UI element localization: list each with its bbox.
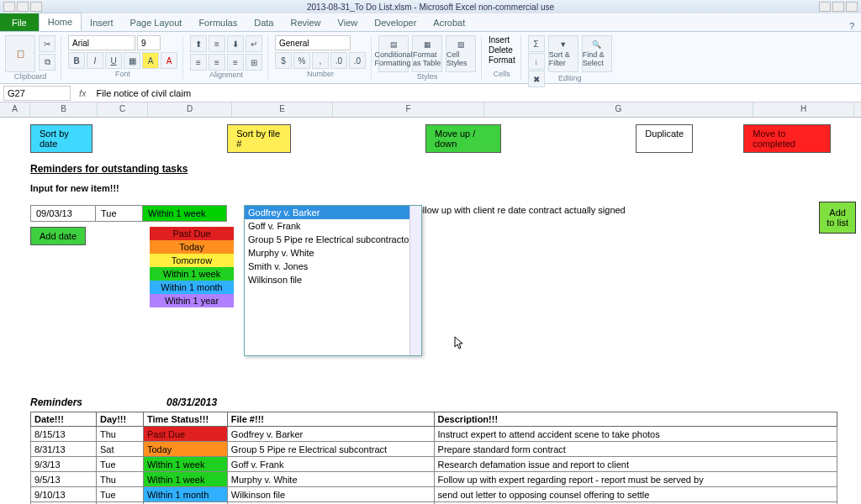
move-to-completed-button[interactable]: Move to completed (743, 124, 831, 153)
cell-status[interactable]: Past Due (143, 427, 227, 442)
col-G[interactable]: G (484, 102, 753, 117)
cell-day[interactable]: Thu (96, 427, 143, 442)
cell-file[interactable]: Murphy v. White (227, 472, 434, 487)
save-icon[interactable] (3, 2, 15, 12)
dropdown-option[interactable]: Wilkinson file (245, 273, 421, 286)
table-row[interactable]: 9/3/13TueWithin 1 weekGoff v. FrankResea… (31, 457, 837, 472)
tab-developer[interactable]: Developer (366, 14, 425, 31)
format-cells-button[interactable]: Format (489, 55, 515, 65)
col-D[interactable]: D (148, 102, 232, 117)
dropdown-option[interactable]: Goff v. Frank (245, 219, 421, 233)
cell-file[interactable]: Goff v. Frank (227, 457, 434, 472)
dropdown-option[interactable]: Group 5 Pipe re Electrical subcontractor (245, 233, 421, 246)
wrap-text-button[interactable]: ↵ (246, 35, 262, 52)
sort-filter-button[interactable]: ▼Sort & Filter (548, 35, 578, 72)
cell-file[interactable]: Godfrey v. Barker (227, 427, 434, 442)
fill-button[interactable]: ↓ (528, 53, 545, 70)
table-row[interactable]: 8/31/13SatTodayGroup 5 Pipe re Electrica… (31, 442, 837, 457)
tab-review[interactable]: Review (282, 14, 329, 31)
th-day[interactable]: Day!!! (96, 412, 143, 427)
fill-color-button[interactable]: A (142, 52, 159, 69)
cell-desc[interactable]: Follow up with expert regarding report -… (434, 472, 837, 487)
tab-view[interactable]: View (330, 14, 367, 31)
cell-desc[interactable]: send out letter to opposing counsel offe… (434, 487, 837, 502)
th-status[interactable]: Time Status!!! (143, 412, 227, 427)
th-file[interactable]: File #!!! (227, 412, 434, 427)
input-status-cell[interactable]: Within 1 week (143, 205, 227, 222)
file-dropdown[interactable]: Godfrey v. Barker Goff v. Frank Group 5 … (244, 205, 422, 356)
dec-decimal-button[interactable]: .0 (349, 52, 366, 69)
cond-fmt-button[interactable]: ▤Conditional Formatting (378, 35, 409, 72)
tab-page-layout[interactable]: Page Layout (122, 14, 191, 31)
cell-date[interactable]: 8/31/13 (31, 442, 97, 457)
cell-desc[interactable]: Research defamation issue and report to … (434, 457, 837, 472)
bold-button[interactable]: B (68, 52, 85, 69)
cell-date[interactable]: 8/15/13 (31, 427, 97, 442)
tab-insert[interactable]: Insert (82, 14, 122, 31)
table-row[interactable]: 9/10/13TueWithin 1 monthWilkinson filese… (31, 487, 837, 502)
autosum-button[interactable]: Σ (528, 35, 545, 52)
cell-day[interactable]: Thu (96, 472, 143, 487)
input-date-cell[interactable]: 09/03/13 (30, 205, 96, 222)
formula-bar[interactable]: File notice of civil claim (92, 87, 861, 100)
cell-day[interactable]: Sat (96, 442, 143, 457)
th-desc[interactable]: Description!!! (434, 412, 837, 427)
cell-status[interactable]: Within 1 month (143, 487, 227, 502)
merge-button[interactable]: ⊞ (246, 54, 262, 71)
tab-acrobat[interactable]: Acrobat (425, 14, 473, 31)
cell-date[interactable]: 9/5/13 (31, 472, 97, 487)
delete-cells-button[interactable]: Delete (489, 45, 513, 55)
italic-button[interactable]: I (87, 52, 103, 69)
tab-data[interactable]: Data (246, 14, 282, 31)
close-icon[interactable] (846, 2, 858, 12)
col-E[interactable]: E (232, 102, 333, 117)
find-select-button[interactable]: 🔍Find & Select (582, 35, 612, 72)
fx-icon[interactable]: fx (74, 88, 92, 98)
cell-desc[interactable]: Instruct expert to attend accident scene… (434, 427, 837, 442)
maximize-icon[interactable] (832, 2, 844, 12)
font-size-select[interactable]: 9 (137, 35, 161, 50)
inc-decimal-button[interactable]: .0 (330, 52, 347, 69)
cell-file[interactable]: Group 5 Pipe re Electrical subcontract (227, 442, 434, 457)
font-name-select[interactable]: Arial (68, 35, 135, 50)
comma-button[interactable]: , (312, 52, 329, 69)
align-mid-button[interactable]: ≡ (209, 35, 225, 52)
minimize-icon[interactable] (819, 2, 831, 12)
col-B[interactable]: B (30, 102, 98, 117)
add-date-button[interactable]: Add date (30, 227, 86, 245)
align-center-button[interactable]: ≡ (209, 54, 225, 71)
align-left-button[interactable]: ≡ (190, 54, 207, 71)
col-H[interactable]: H (753, 102, 854, 117)
table-row[interactable]: 8/15/13ThuPast DueGodfrey v. BarkerInstr… (31, 427, 837, 442)
table-row[interactable]: 9/5/13ThuWithin 1 weekMurphy v. WhiteFol… (31, 472, 837, 487)
cut-button[interactable]: ✂ (39, 35, 55, 52)
dropdown-selected[interactable]: Godfrey v. Barker (245, 206, 421, 219)
name-box[interactable]: G27 (3, 86, 71, 101)
align-bot-button[interactable]: ⬇ (227, 35, 244, 52)
number-format-select[interactable]: General (275, 35, 351, 50)
font-color-button[interactable]: A (161, 52, 177, 69)
sort-by-date-button[interactable]: Sort by date (30, 124, 92, 153)
cell-date[interactable]: 9/10/13 (31, 487, 97, 502)
cell-desc[interactable]: Prepare standard form contract (434, 442, 837, 457)
col-C[interactable]: C (98, 102, 148, 117)
cell-styles-button[interactable]: ▧Cell Styles (446, 35, 476, 72)
col-F[interactable]: F (333, 102, 484, 117)
copy-button[interactable]: ⧉ (39, 54, 55, 71)
dropdown-scrollbar[interactable] (409, 206, 421, 355)
cell-day[interactable]: Tue (96, 487, 143, 502)
cell-file[interactable]: Wilkinson file (227, 487, 434, 502)
cell-date[interactable]: 9/3/13 (31, 457, 97, 472)
followup-text[interactable]: Follow up with client re date contract a… (412, 205, 626, 215)
cell-status[interactable]: Within 1 week (143, 472, 227, 487)
insert-cells-button[interactable]: Insert (489, 35, 510, 45)
fmt-table-button[interactable]: ▦Format as Table (412, 35, 442, 72)
move-up-down-button[interactable]: Move up / down (425, 124, 501, 153)
redo-icon[interactable] (30, 2, 42, 12)
underline-button[interactable]: U (105, 52, 122, 69)
input-day-cell[interactable]: Tue (96, 205, 143, 222)
percent-button[interactable]: % (293, 52, 310, 69)
paste-button[interactable]: 📋 (5, 35, 35, 72)
tab-home[interactable]: Home (39, 13, 82, 31)
align-top-button[interactable]: ⬆ (190, 35, 207, 52)
